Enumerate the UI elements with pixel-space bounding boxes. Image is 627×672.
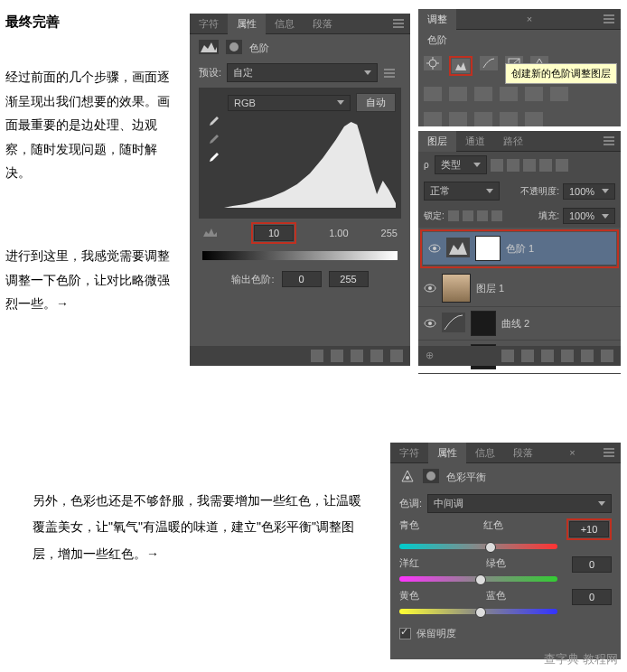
blend-mode-dropdown[interactable]: 正常 [424,182,500,201]
tab-adjustments[interactable]: 调整 [418,9,456,30]
eyedropper-white-icon[interactable] [207,151,220,163]
footer-icon-1[interactable] [311,350,323,362]
brightness-icon[interactable] [424,56,442,70]
lock-all-icon[interactable] [491,210,502,221]
layer-image-1[interactable]: 图层 1 [418,270,621,307]
layers-menu-icon[interactable] [603,135,615,146]
tab-char[interactable]: 字符 [390,443,428,463]
fill-input[interactable]: 100% [563,208,615,224]
lock-trans-icon[interactable] [448,210,459,221]
filter-adj-icon[interactable] [507,159,519,172]
layer-thumb[interactable] [442,274,471,303]
channel-dropdown[interactable]: RGB [228,95,351,111]
bw-icon[interactable] [474,87,492,101]
tab-info[interactable]: 信息 [266,14,304,34]
preset-dropdown[interactable]: 自定 [227,63,378,82]
adj-add-icon[interactable] [541,350,554,362]
tab-info[interactable]: 信息 [466,443,504,463]
filter-type-icon[interactable] [523,159,536,172]
yellow-blue-slider[interactable] [399,609,557,614]
hue-icon[interactable] [424,87,442,101]
preserve-label: 保留明度 [416,627,456,640]
tab-paths[interactable]: 路径 [494,131,532,152]
yellow-blue-value[interactable] [572,589,612,605]
footer-icon-2[interactable] [331,350,343,362]
close-icon[interactable]: × [521,12,538,26]
output-gradient[interactable] [202,251,398,260]
layer-curves-2[interactable]: 曲线 2 [418,307,621,341]
tab-layers[interactable]: 图层 [418,131,456,152]
filter-pixel-icon[interactable] [491,159,503,172]
tone-dropdown[interactable]: 中间调 [427,494,612,513]
output-black[interactable] [282,271,322,287]
filter-smart-icon[interactable] [556,159,568,172]
input-black[interactable] [254,225,294,241]
preset-label: 预设: [199,66,221,79]
input-gamma: 1.00 [329,228,348,238]
output-white[interactable] [329,271,369,287]
cyan-red-slider[interactable] [399,544,557,549]
layer-levels-1[interactable]: 色阶 1 [423,232,616,266]
adj-menu-icon[interactable] [603,14,615,24]
panel-menu-icon[interactable] [392,18,405,29]
footer-icon-4[interactable] [370,350,383,362]
svg-point-2 [229,42,239,51]
curves-icon[interactable] [480,56,498,70]
svg-point-6 [433,247,436,250]
visibility-icon[interactable] [424,284,436,293]
magenta-green-slider[interactable] [399,576,557,582]
trash-icon[interactable] [390,350,403,362]
cb-header: 色彩平衡 [390,463,621,490]
filter-shape-icon[interactable] [539,159,552,172]
kind-dropdown[interactable]: 类型 [435,155,487,174]
kind-label: ρ [424,160,429,170]
footer-icon-3[interactable] [351,350,363,362]
layer-name[interactable]: 色阶 1 [506,242,534,256]
opacity-input[interactable]: 100% [563,183,615,200]
tab-properties[interactable]: 属性 [228,14,266,34]
preserve-luminosity-checkbox[interactable] [399,628,411,639]
tab-channels[interactable]: 通道 [456,131,494,152]
photo-filter-icon[interactable] [500,87,518,101]
group-icon[interactable] [561,350,574,362]
lock-pos-icon[interactable] [477,210,488,221]
eyedropper-gray-icon[interactable] [207,133,220,145]
tab-para[interactable]: 段落 [504,443,542,463]
mask-thumb[interactable] [471,311,496,336]
tab-properties[interactable]: 属性 [428,443,466,463]
channel-mixer-icon[interactable] [525,87,543,101]
threshold-icon[interactable] [474,112,492,126]
lock-row: 锁定: 填充: 100% [418,204,621,228]
posterize-icon[interactable] [449,112,467,126]
lock-paint-icon[interactable] [463,210,473,221]
visibility-icon[interactable] [424,319,436,328]
auto-button[interactable]: 自动 [356,93,396,112]
lookup-icon[interactable] [550,87,568,101]
fx-icon[interactable] [501,350,514,362]
selective-color-icon[interactable] [525,112,543,126]
colorbal-icon[interactable] [449,87,467,101]
tab-para[interactable]: 段落 [304,14,342,34]
layer-name[interactable]: 曲线 2 [501,317,529,331]
close-icon[interactable]: × [564,445,580,460]
visibility-icon[interactable] [428,244,441,253]
cb-menu-icon[interactable] [603,447,615,458]
mask-add-icon[interactable] [521,350,534,362]
invert-icon[interactable] [424,112,442,126]
fill-label: 填充: [538,210,559,222]
article-title: 最终完善 [5,9,60,35]
tab-char[interactable]: 字符 [190,14,228,34]
eyedropper-black-icon[interactable] [207,115,220,127]
cyan-red-value[interactable] [569,521,609,537]
layers-tabs: 图层 通道 路径 [418,131,621,152]
new-layer-icon[interactable] [581,350,594,362]
magenta-green-value[interactable] [572,556,612,573]
gradient-map-icon[interactable] [500,112,518,126]
levels-adj-icon[interactable] [452,59,470,73]
svg-point-16 [406,476,409,480]
histogram-area: RGB 自动 [199,88,401,219]
layer-name[interactable]: 图层 1 [476,282,504,295]
mask-thumb[interactable] [475,236,501,261]
preset-menu-icon[interactable] [383,68,396,79]
trash-icon[interactable] [601,350,613,362]
